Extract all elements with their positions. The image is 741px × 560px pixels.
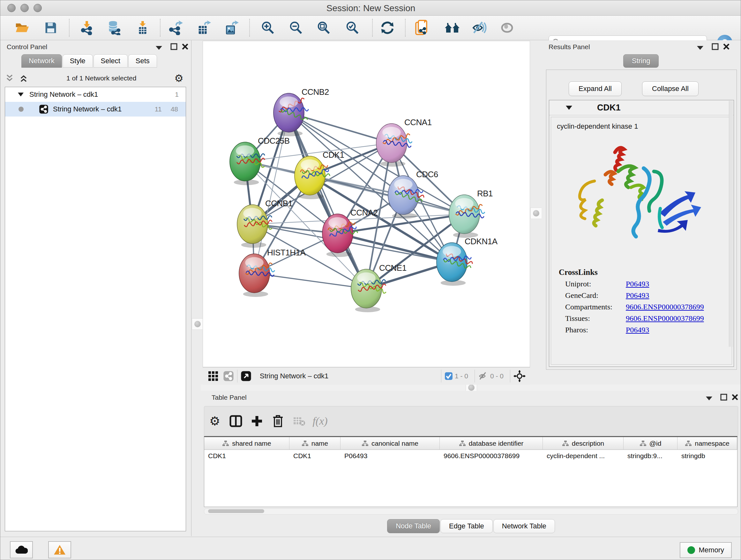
tab-string[interactable]: String — [623, 54, 659, 68]
collapse-all-networks-icon[interactable] — [19, 73, 28, 83]
show-columns-icon[interactable] — [225, 415, 246, 427]
warnings-button[interactable] — [48, 541, 71, 558]
string-query-button[interactable] — [413, 19, 431, 36]
import-table-button[interactable] — [134, 19, 151, 36]
collapse-all-button[interactable]: Collapse All — [642, 81, 698, 96]
show-all-button[interactable] — [498, 19, 516, 36]
delete-table-icon[interactable] — [288, 416, 310, 426]
network-node-cdkn1a[interactable]: CDKN1A — [436, 237, 498, 286]
network-row[interactable]: String Network – cdk1 11 48 — [5, 102, 186, 117]
refresh-button[interactable] — [379, 19, 396, 36]
tab-sets[interactable]: Sets — [128, 54, 157, 68]
column-header-namespace[interactable]: namespace — [677, 437, 737, 450]
import-network-file-button[interactable] — [78, 19, 96, 36]
grid-view-icon[interactable] — [208, 371, 219, 381]
tab-style[interactable]: Style — [63, 54, 93, 68]
pan-crosshair-icon[interactable] — [514, 370, 526, 382]
hide-selected-button[interactable] — [470, 19, 488, 36]
network-share-icon[interactable] — [223, 371, 234, 381]
table-hscrollbar-thumb[interactable] — [208, 509, 264, 513]
hidden-eye-icon[interactable] — [478, 372, 488, 381]
open-session-button[interactable] — [13, 19, 31, 36]
export-table-button[interactable] — [195, 19, 212, 36]
tab-network-table[interactable]: Network Table — [493, 519, 555, 533]
table-hscrollbar[interactable] — [204, 508, 738, 515]
table-cell[interactable]: 9606.ENSP00000378699 — [440, 450, 543, 462]
column-header-canonical-name[interactable]: canonical name — [340, 437, 440, 450]
network-options-gear-icon[interactable]: ⚙ — [174, 72, 184, 84]
expand-all-button[interactable]: Expand All — [569, 81, 622, 96]
column-header-database-identifier[interactable]: database identifier — [440, 437, 543, 450]
float-panel-icon[interactable] — [171, 43, 178, 50]
collapse-panel-icon[interactable] — [697, 46, 704, 50]
network-canvas[interactable]: CCNB2CCNA1CDC25BCDK1CDC6RB1CCNB1CCNA2CDK… — [203, 41, 530, 367]
gene-section-header[interactable]: CDK1 — [549, 100, 734, 115]
zoom-in-button[interactable] — [259, 19, 277, 36]
collection-expander-icon[interactable] — [18, 92, 23, 97]
memory-button[interactable]: Memory — [680, 542, 732, 558]
table-row[interactable]: CDK1CDK1P064939606.ENSP00000378699cyclin… — [204, 450, 737, 462]
crosslink-link[interactable]: P06493 — [626, 326, 649, 334]
left-splitter-handle[interactable] — [192, 318, 203, 330]
horizontal-splitter[interactable] — [201, 384, 741, 391]
right-splitter-handle[interactable] — [530, 207, 542, 219]
warning-icon — [53, 544, 66, 555]
column-header-name[interactable]: name — [289, 437, 340, 450]
table-cell[interactable]: P06493 — [340, 450, 440, 462]
network-node-ccnb2[interactable]: CCNB2 — [273, 87, 329, 136]
close-panel-icon[interactable] — [731, 394, 738, 401]
crosslink-link[interactable]: P06493 — [626, 291, 649, 300]
network-node-ccna1[interactable]: CCNA1 — [376, 118, 432, 167]
network-node-ccne1[interactable]: CCNE1 — [351, 263, 407, 312]
table-options-gear-icon[interactable]: ⚙ — [204, 414, 225, 428]
apply-function-icon[interactable]: f(x) — [310, 415, 331, 427]
save-session-button[interactable] — [42, 19, 60, 36]
collapse-panel-icon[interactable] — [705, 396, 713, 401]
import-network-database-button[interactable] — [105, 19, 123, 36]
network-node-rb1[interactable]: RB1 — [449, 189, 493, 238]
tab-node-table[interactable]: Node Table — [387, 519, 440, 533]
network-edge[interactable] — [289, 113, 392, 143]
zoom-out-button[interactable] — [287, 19, 305, 36]
table-cell[interactable]: stringdb — [677, 450, 737, 462]
crosslink-link[interactable]: P06493 — [626, 280, 649, 288]
column-header-description[interactable]: description — [543, 437, 623, 450]
gene-expander-icon[interactable] — [566, 106, 572, 110]
column-header--id[interactable]: @id — [623, 437, 677, 450]
network-graph[interactable]: CCNB2CCNA1CDC25BCDK1CDC6RB1CCNB1CCNA2CDK… — [203, 41, 530, 367]
network-collection-row[interactable]: String Network – cdk1 1 — [5, 87, 186, 102]
birds-eye-view-icon[interactable] — [241, 371, 252, 381]
tab-edge-table[interactable]: Edge Table — [441, 519, 493, 533]
delete-column-icon[interactable] — [267, 415, 288, 428]
float-panel-icon[interactable] — [712, 43, 719, 50]
expand-all-networks-icon[interactable] — [5, 73, 14, 83]
table-cell[interactable]: CDK1 — [204, 450, 289, 462]
network-node-hist1h1a[interactable]: HIST1H1A — [239, 248, 306, 297]
export-network-button[interactable] — [166, 19, 185, 36]
network-node-ccnb1[interactable]: CCNB1 — [237, 199, 293, 248]
network-node-cdc25b[interactable]: CDC25B — [230, 136, 290, 185]
table-cell[interactable]: stringdb:9... — [623, 450, 677, 462]
create-column-icon[interactable] — [246, 415, 267, 427]
zoom-fit-button[interactable] — [315, 19, 333, 36]
close-panel-icon[interactable] — [182, 43, 189, 50]
table-cell[interactable]: cyclin-dependent ... — [543, 450, 623, 462]
crosslink-link[interactable]: 9606.ENSP00000378699 — [626, 314, 704, 323]
collapse-panel-icon[interactable] — [155, 46, 162, 50]
network-edge[interactable] — [289, 113, 366, 289]
close-panel-icon[interactable] — [723, 43, 730, 50]
home-button[interactable] — [443, 19, 461, 36]
selected-checkbox-icon[interactable] — [445, 372, 453, 380]
tab-network[interactable]: Network — [21, 54, 62, 68]
cloud-status-button[interactable] — [10, 541, 33, 558]
crosslink-link[interactable]: 9606.ENSP00000378699 — [626, 303, 704, 311]
tab-select[interactable]: Select — [93, 54, 128, 68]
column-header-shared-name[interactable]: shared name — [204, 437, 289, 450]
float-panel-icon[interactable] — [720, 394, 727, 401]
memory-label: Memory — [699, 546, 724, 554]
zoom-selected-button[interactable] — [343, 19, 361, 36]
export-image-button[interactable] — [222, 19, 240, 36]
right-splitter[interactable] — [530, 40, 541, 384]
results-scrollbar[interactable] — [729, 101, 733, 347]
table-cell[interactable]: CDK1 — [289, 450, 340, 462]
